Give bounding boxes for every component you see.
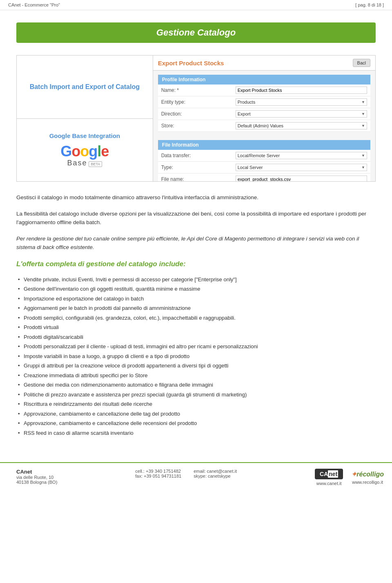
store-select-arrow: ▼ — [361, 124, 365, 128]
form-row-store: Store: Default (Admin) Values ▼ — [158, 120, 370, 132]
footer-fax-value: +39 051 94731181 — [144, 474, 181, 478]
form-value-direction: Export ▼ — [232, 108, 370, 120]
footer-skype-value: canetskype — [208, 474, 231, 478]
body-text-1: Gestisci il catalogo in modo totalmente … — [16, 193, 376, 202]
form-label-direction: Direction: — [158, 108, 232, 120]
profile-section-title: Profile Information — [158, 75, 370, 85]
footer-company-name: CAnet — [16, 469, 57, 475]
footer-city: 40138 Bologna (BO) — [16, 480, 57, 485]
list-item: RSS feed in caso di allarme scarsità inv… — [16, 428, 376, 438]
list-item: Creazione immediata di attributi specifi… — [16, 371, 376, 381]
ss-right-panel: Export Product Stocks Bacl Profile Infor… — [153, 56, 375, 181]
google-base-row: Base BETA — [67, 159, 102, 167]
list-item: Prodotti virtuali — [16, 323, 376, 332]
header-left: CAnet - Ecommerce "Pro" — [8, 2, 60, 7]
footer-address: via delle Ruote, 10 — [16, 475, 57, 480]
list-item: Gestione dei media con ridimenzionamento… — [16, 380, 376, 390]
form-value-store: Default (Admin) Values ▼ — [232, 120, 370, 132]
ss-batch-panel: Batch Import and Export of Catalog — [17, 56, 153, 119]
list-item: Gruppi di attributi per la creazione vel… — [16, 361, 376, 371]
datatransfer-select-value: Local/Remote Server — [238, 153, 280, 158]
footer-fax-label: fax: — [135, 474, 143, 478]
footer-web1: CAnet www.canet.it — [315, 469, 343, 486]
body-text-3: Per rendere la gestione del tuo canale o… — [16, 234, 376, 252]
recolligo-logo: ✦récolligo — [351, 470, 384, 478]
form-value-entity: Products ▼ — [232, 96, 370, 108]
list-item: Gestione dell'inventario con gli oggetti… — [16, 284, 376, 294]
footer-cell-label: cell.: — [135, 469, 145, 474]
batch-title: Batch Import and Export of Catalog — [30, 82, 140, 91]
footer-web1-text: www.canet.it — [315, 481, 343, 486]
form-label-store: Store: — [158, 120, 232, 132]
form-row-datatransfer: Data transfer: Local/Remote Server ▼ — [158, 150, 370, 162]
form-label-filename: File name: — [158, 174, 232, 182]
footer-web2: ✦récolligo www.recolligo.it — [351, 470, 384, 485]
google-letters: Google — [60, 144, 109, 159]
direction-select-value: Export — [238, 111, 251, 116]
footer-web2-text: www.recolligo.it — [351, 480, 384, 485]
form-value-filename — [232, 174, 370, 182]
back-button[interactable]: Bacl — [353, 59, 370, 67]
filename-input[interactable] — [236, 176, 367, 182]
form-label-entity: Entity type: — [158, 96, 232, 108]
form-label-datatransfer: Data transfer: — [158, 150, 232, 162]
page-header: CAnet - Ecommerce "Pro" [ pag. 8 di 18 ] — [0, 0, 392, 10]
form-row-name: Name: * — [158, 85, 370, 96]
section-title: Gestione Catalogo — [24, 27, 368, 38]
entity-select[interactable]: Products ▼ — [236, 98, 367, 106]
footer-contact: cell.: +39 340 1751482 fax: +39 051 9473… — [135, 469, 237, 478]
form-value-name — [232, 85, 370, 96]
footer-email: email: canet@canet.it — [194, 469, 237, 474]
footer-digital: email: canet@canet.it skype: canetskype — [194, 469, 237, 478]
list-item: Riscrittura e reindirizzamento dei risul… — [16, 399, 376, 409]
form-row-type: Type: Local Server ▼ — [158, 162, 370, 174]
type-select-value: Local Server — [238, 165, 263, 170]
ss-left-panel: Batch Import and Export of Catalog Googl… — [17, 56, 153, 181]
form-label-type: Type: — [158, 162, 232, 174]
form-row-filename: File name: — [158, 174, 370, 182]
footer-logos: CAnet www.canet.it ✦récolligo www.recoll… — [315, 469, 384, 486]
footer-phone: cell.: +39 340 1751482 fax: +39 051 9473… — [135, 469, 181, 478]
list-item: Vendite private, inclusi Eventi, Inviti … — [16, 275, 376, 285]
list-item: Approvazione, cambiamento e cancellazion… — [16, 409, 376, 419]
store-select-value: Default (Admin) Values — [238, 123, 283, 128]
recolligo-text: récolligo — [356, 471, 384, 478]
section-title-bar: Gestione Catalogo — [16, 22, 376, 43]
direction-select[interactable]: Export ▼ — [236, 110, 367, 118]
google-integration-title: Google Base Integration — [49, 132, 120, 139]
form-row-entity: Entity type: Products ▼ — [158, 96, 370, 108]
google-beta-badge: BETA — [89, 161, 102, 167]
recolligo-star: ✦ — [351, 471, 356, 478]
list-item: Importazione ed esportazione del catalog… — [16, 294, 376, 304]
profile-section: Profile Information Name: * Entity type:… — [158, 75, 370, 132]
profile-form-table: Name: * Entity type: Products ▼ — [158, 85, 370, 132]
type-select[interactable]: Local Server ▼ — [236, 164, 367, 171]
direction-select-arrow: ▼ — [361, 112, 365, 116]
file-form-table: Data transfer: Local/Remote Server ▼ Typ… — [158, 150, 370, 182]
datatransfer-select[interactable]: Local/Remote Server ▼ — [236, 152, 367, 159]
canet-footer-logo: CAnet — [315, 469, 343, 479]
list-item: Politiche di prezzo avanzate e assistenz… — [16, 390, 376, 400]
form-label-name: Name: * — [158, 85, 232, 96]
footer-cell: cell.: +39 340 1751482 — [135, 469, 181, 474]
footer-email-value: canet@canet.it — [207, 469, 237, 474]
file-section-title: File Information — [158, 140, 370, 150]
form-value-type: Local Server ▼ — [232, 162, 370, 174]
canet-logo-text: CAnet — [320, 470, 338, 478]
entity-select-arrow: ▼ — [361, 100, 365, 104]
name-input[interactable] — [236, 87, 367, 94]
header-right: [ pag. 8 di 18 ] — [355, 2, 384, 7]
list-item: Prodotti personalizzati per il cliente -… — [16, 342, 376, 352]
ss-right-header: Export Product Stocks Bacl — [153, 56, 375, 71]
list-item: Prodotti digitali/scaricabili — [16, 332, 376, 342]
footer-left: CAnet via delle Ruote, 10 40138 Bologna … — [16, 469, 57, 485]
footer-fax: fax: +39 051 94731181 — [135, 474, 181, 478]
datatransfer-select-arrow: ▼ — [361, 154, 365, 158]
store-select[interactable]: Default (Admin) Values ▼ — [236, 122, 367, 129]
list-item: Prodotti semplici, configurabili (es. gr… — [16, 313, 376, 323]
screenshot-container: Batch Import and Export of Catalog Googl… — [16, 55, 376, 182]
form-value-datatransfer: Local/Remote Server ▼ — [232, 150, 370, 162]
page-content: Gestione Catalogo Batch Import and Expor… — [0, 10, 392, 450]
export-title: Export Product Stocks — [158, 60, 224, 67]
offer-title: L'offerta completa di gestione del catal… — [16, 260, 376, 268]
